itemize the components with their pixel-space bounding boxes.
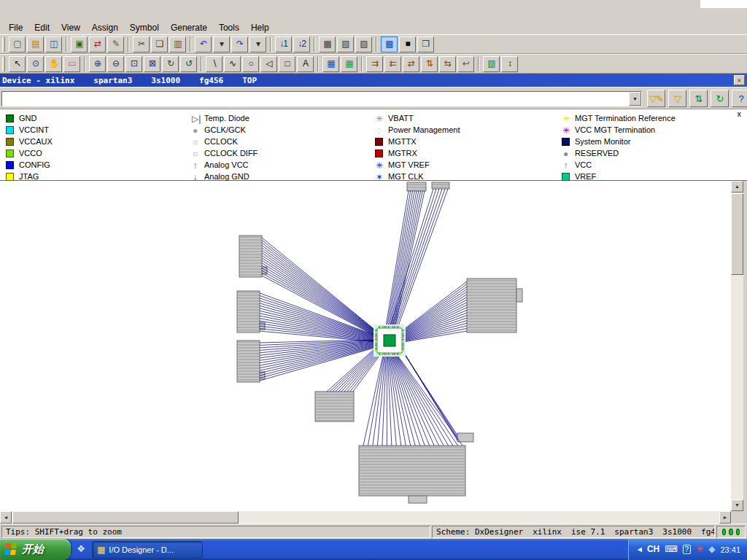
menu-item[interactable]: Edit — [28, 21, 55, 34]
fpga-chip[interactable] — [374, 324, 406, 357]
menu-item[interactable]: Generate — [165, 21, 213, 34]
connector-top-2[interactable] — [432, 182, 449, 189]
report-view-button[interactable]: ▨ — [355, 36, 372, 52]
assign-pins-button[interactable]: ⇉ — [366, 56, 383, 72]
language-indicator[interactable]: CH — [647, 539, 659, 560]
net-bundle[interactable] — [385, 191, 425, 332]
redo-history-dropdown[interactable]: ▾ — [249, 36, 266, 52]
zoom-fit-button[interactable]: ⊠ — [144, 56, 160, 72]
swap-pins-button[interactable]: ⇄ — [403, 56, 419, 72]
quick-launch-icon[interactable]: ❖ — [74, 542, 88, 556]
scroll-left-button[interactable]: ◄ — [0, 511, 12, 524]
show-symbol-button[interactable]: ▦ — [341, 56, 357, 72]
die-view-button[interactable]: ■ — [399, 36, 416, 52]
sort-button[interactable]: ⇅ — [689, 90, 708, 107]
spreadsheet-view-button[interactable]: ▦ — [319, 36, 336, 52]
hide-tray-icons-button[interactable]: ◀ — [638, 539, 642, 560]
connector-left-1[interactable] — [239, 236, 262, 277]
restore-pins-button[interactable]: ↩ — [457, 56, 474, 72]
filter-combobox-input[interactable] — [2, 92, 629, 106]
probe-tool-button[interactable]: ⊙ — [27, 56, 44, 72]
zoom-out-button[interactable]: ⊖ — [107, 56, 124, 72]
help-tray-icon[interactable]: ? — [683, 545, 692, 554]
renumber-signals-button[interactable]: ↓2 — [293, 36, 310, 52]
copy-button[interactable]: ❏ — [151, 36, 168, 52]
menu-item[interactable]: Help — [245, 21, 275, 34]
net-bundle[interactable] — [399, 346, 458, 441]
legend-close-button[interactable]: x — [738, 110, 742, 118]
filter-apply-button[interactable]: ▽ — [668, 90, 686, 107]
antivirus-tray-icon[interactable]: ✳ — [696, 539, 703, 560]
connector-bottom-tab[interactable] — [409, 496, 427, 503]
zoom-window-button[interactable]: ⊡ — [125, 56, 142, 72]
draw-circle-button[interactable]: ○ — [242, 56, 259, 72]
undo-history-dropdown[interactable]: ▾ — [213, 36, 230, 52]
connector-bottom-right[interactable] — [457, 433, 473, 442]
edit-device-button[interactable]: ✎ — [107, 36, 124, 52]
toolbar-grip[interactable] — [2, 37, 5, 52]
pan-tool-button[interactable]: ✋ — [45, 56, 62, 72]
fpga-fanout-schematic[interactable] — [0, 181, 731, 511]
net-bundle[interactable] — [262, 238, 379, 338]
save-button[interactable]: ◫ — [45, 36, 62, 52]
redo-button[interactable]: ↷ — [231, 36, 248, 52]
scroll-up-button[interactable]: ▲ — [731, 181, 743, 192]
scroll-down-button[interactable]: ▼ — [731, 499, 743, 511]
highlight-eraser-button[interactable]: ▭ — [63, 56, 80, 72]
scroll-right-button[interactable]: ► — [719, 511, 731, 524]
net-bundle[interactable] — [400, 281, 467, 342]
show-package-button[interactable]: ▦ — [322, 56, 339, 72]
menu-item[interactable]: Tools — [213, 21, 245, 34]
schematic-canvas-area[interactable] — [0, 181, 731, 511]
start-button[interactable]: 开始 — [0, 539, 71, 560]
refresh-button[interactable]: ↻ — [711, 90, 729, 107]
reorder-signals-button[interactable]: ↓1 — [275, 36, 292, 52]
draw-arc-button[interactable]: ∿ — [224, 56, 241, 72]
flip-view-button[interactable]: ↕ — [501, 56, 518, 72]
zoom-in-button[interactable]: ⊕ — [89, 56, 106, 72]
unassign-pins-button[interactable]: ⇇ — [384, 56, 401, 72]
device-bar-close-button[interactable]: ✕ — [734, 75, 745, 85]
help-button[interactable]: ? — [732, 90, 747, 107]
export-button[interactable]: ❒ — [417, 36, 434, 52]
horizontal-scrollbar[interactable]: ◄ ► — [0, 511, 731, 524]
draw-polygon-button[interactable]: ◁ — [260, 56, 277, 72]
horizontal-scroll-thumb[interactable] — [12, 511, 239, 524]
swap-diff-pairs-button[interactable]: ⇆ — [439, 56, 456, 72]
update-device-button[interactable]: ⇄ — [89, 36, 106, 52]
connector-right-tab[interactable] — [516, 289, 522, 302]
swap-banks-button[interactable]: ⇅ — [421, 56, 438, 72]
connector-top-1[interactable] — [407, 182, 426, 191]
net-bundle[interactable] — [363, 349, 462, 446]
connector-bottom-left[interactable] — [315, 392, 354, 421]
draw-rectangle-button[interactable]: □ — [279, 56, 295, 72]
menu-item[interactable]: File — [3, 21, 28, 34]
menu-item[interactable]: View — [55, 21, 86, 34]
cut-button[interactable]: ✂ — [133, 36, 150, 52]
rotate-ccw-button[interactable]: ↺ — [180, 56, 197, 72]
filter-edit-button[interactable]: ▽✎ — [647, 90, 665, 107]
keyboard-layout-icon[interactable]: ⌨ — [665, 539, 677, 560]
combobox-dropdown-button[interactable]: ▼ — [629, 92, 641, 106]
draw-line-button[interactable]: ∖ — [206, 56, 222, 72]
color-by-bank-button[interactable]: ▧ — [483, 56, 500, 72]
select-tool-button[interactable]: ↖ — [9, 56, 26, 72]
filter-combobox[interactable]: ▼ — [1, 91, 642, 106]
taskbar-task-io-designer[interactable]: ▦ I/O Designer - D... — [92, 541, 203, 559]
new-button[interactable]: ▢ — [9, 36, 26, 52]
toolbar-grip[interactable] — [2, 57, 5, 71]
connector-bottom[interactable] — [359, 446, 465, 496]
undo-button[interactable]: ↶ — [195, 36, 212, 52]
draw-text-button[interactable]: A — [297, 56, 314, 72]
vertical-scroll-thumb[interactable] — [731, 193, 743, 275]
connector-left-3[interactable] — [237, 341, 260, 382]
connector-left-2[interactable] — [237, 291, 260, 332]
paste-button[interactable]: ▥ — [169, 36, 186, 52]
rotate-cw-button[interactable]: ↻ — [162, 56, 179, 72]
connector-right[interactable] — [467, 279, 516, 332]
clock[interactable]: 23:41 — [720, 545, 740, 554]
network-tray-icon[interactable]: ◆ — [708, 539, 715, 560]
open-button[interactable]: ▤ — [27, 36, 44, 52]
symbol-view-button[interactable]: ▧ — [337, 36, 354, 52]
vertical-scrollbar[interactable]: ▲ ▼ — [731, 181, 743, 511]
